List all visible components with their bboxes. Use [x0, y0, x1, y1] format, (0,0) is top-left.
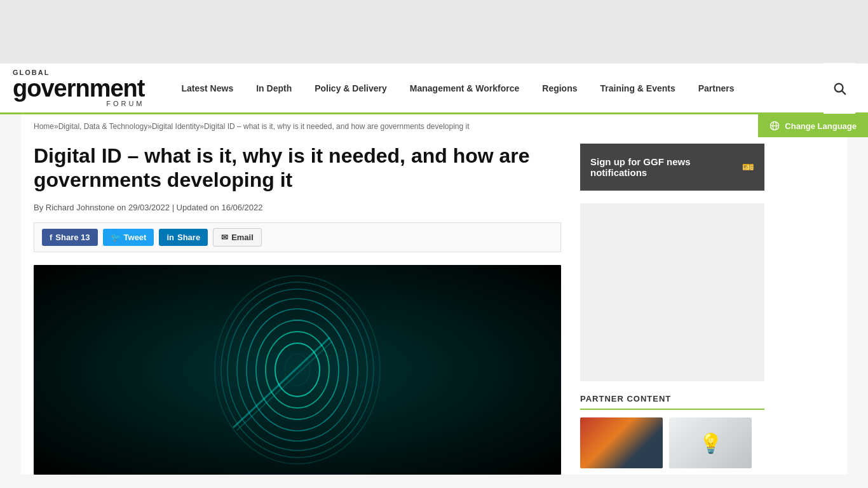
main-content: Digital ID – what is it, why is it neede… [34, 144, 561, 475]
share-bar: f Share 13 🐦 Tweet in Share ✉ Email [34, 222, 561, 252]
globe-icon [770, 121, 780, 131]
article-image-bg [34, 265, 561, 475]
svg-point-9 [247, 309, 348, 431]
email-share-label: Email [231, 233, 254, 242]
fb-share-label: Share 13 [55, 233, 90, 242]
search-icon [832, 81, 846, 95]
site-header: GLOBAL government FORUM Latest News In D… [0, 64, 868, 114]
content-layout: Digital ID – what is it, why is it neede… [34, 137, 834, 475]
notification-icon: 🎫 [742, 161, 754, 173]
meta-updated: | Updated on [172, 203, 219, 212]
email-icon: ✉ [221, 233, 228, 242]
twitter-share-button[interactable]: 🐦 Tweet [103, 229, 154, 246]
notification-text: Sign up for GGF news notifications [590, 156, 742, 178]
article-image [34, 265, 561, 475]
svg-point-13 [215, 276, 380, 464]
nav-item-latest-news[interactable]: Latest News [170, 77, 245, 100]
fingerprint-image [202, 274, 393, 465]
twitter-icon: 🐦 [111, 233, 121, 242]
nav-item-policy-delivery[interactable]: Policy & Delivery [303, 77, 398, 100]
article-updated-date: 16/06/2022 [221, 203, 262, 212]
breadcrumb-sep-1: » [54, 122, 58, 131]
sidebar: Sign up for GGF news notifications 🎫 PAR… [580, 144, 764, 475]
article-title: Digital ID – what is it, why is it neede… [34, 144, 561, 193]
meta-on: on [117, 203, 126, 212]
fb-share-button[interactable]: f Share 13 [42, 229, 98, 246]
breadcrumb-sep-3: » [200, 122, 204, 131]
svg-point-8 [256, 320, 339, 419]
site-logo[interactable]: GLOBAL government FORUM [13, 69, 144, 107]
partner-image-city[interactable] [580, 417, 663, 468]
twitter-share-label: Tweet [124, 233, 147, 242]
linkedin-share-label: Share [177, 233, 200, 242]
breadcrumb-digital[interactable]: Digital, Data & Technology [58, 122, 148, 131]
email-share-button[interactable]: ✉ Email [213, 228, 262, 247]
nav-item-regions[interactable]: Regions [531, 77, 588, 100]
logo-forum-text: FORUM [13, 100, 144, 107]
partner-images: 💡 [580, 417, 764, 468]
nav-item-training-events[interactable]: Training & Events [589, 77, 687, 100]
svg-line-1 [842, 91, 845, 94]
nav-item-management-workforce[interactable]: Management & Workforce [398, 77, 531, 100]
partner-content-section: PARTNER CONTENT 💡 [580, 394, 764, 468]
partner-image-idea[interactable]: 💡 [669, 417, 752, 468]
notification-box[interactable]: Sign up for GGF news notifications 🎫 [580, 144, 764, 191]
page-wrapper: Home » Digital, Data & Technology » Digi… [21, 114, 847, 475]
change-language-button[interactable]: Change Language [758, 114, 868, 137]
linkedin-icon: in [166, 233, 174, 242]
nav-item-partners[interactable]: Partners [687, 77, 746, 100]
fb-share-icon: f [50, 233, 52, 242]
sidebar-ad [580, 203, 764, 381]
logo-government-text: government [13, 76, 144, 100]
breadcrumb-identity[interactable]: Digital Identity [152, 122, 200, 131]
meta-by: By [34, 203, 43, 212]
main-nav: Latest News In Depth Policy & Delivery M… [170, 77, 824, 100]
breadcrumb-sep-2: » [147, 122, 152, 131]
partner-content-title: PARTNER CONTENT [580, 394, 764, 410]
article-meta: By Richard Johnstone on 29/03/2022 | Upd… [34, 203, 561, 212]
search-button[interactable] [824, 63, 855, 114]
ad-banner [0, 0, 868, 64]
svg-point-11 [227, 289, 367, 451]
nav-item-in-depth[interactable]: In Depth [245, 77, 303, 100]
breadcrumb-home[interactable]: Home [34, 122, 54, 131]
article-author[interactable]: Richard Johnstone [46, 203, 114, 212]
linkedin-share-button[interactable]: in Share [159, 229, 208, 246]
breadcrumb-current: Digital ID – what is it, why is it neede… [204, 122, 470, 131]
change-language-label: Change Language [785, 121, 857, 131]
article-date: 29/03/2022 [128, 203, 170, 212]
breadcrumb: Home » Digital, Data & Technology » Digi… [34, 114, 834, 137]
